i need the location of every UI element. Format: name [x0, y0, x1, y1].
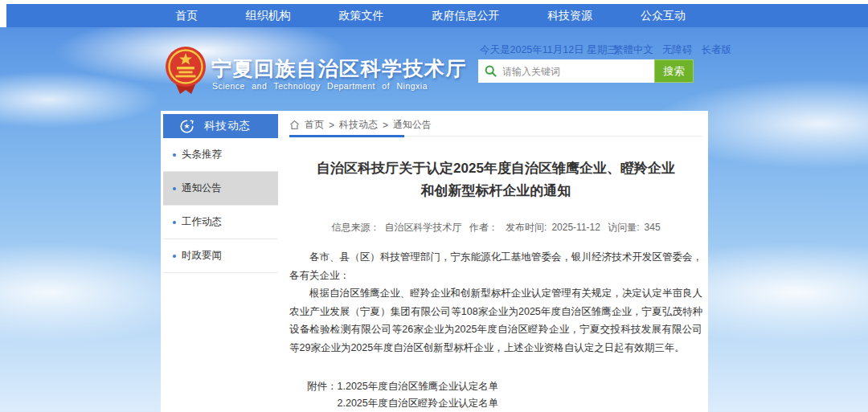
- top-nav-bar: 首页 组织机构 政策文件 政府信息公开 科技资源 公众互动: [6, 4, 868, 27]
- current-date: 今天是2025年11月12日 星期三: [480, 43, 617, 57]
- home-icon: [289, 120, 300, 130]
- nav-item-organization[interactable]: 组织机构: [238, 9, 299, 23]
- meta-publish-date: 2025-11-12: [551, 222, 600, 233]
- article-paragraph: 各市、县（区）科技管理部门，宁东能源化工基地管委会，银川经济技术开发区管委会，各…: [289, 248, 702, 284]
- bullet-icon: [173, 153, 176, 157]
- search-input[interactable]: [502, 66, 648, 77]
- star-circle-icon: [180, 120, 194, 133]
- sidebar-item-notices[interactable]: 通知公告: [163, 172, 278, 206]
- sidebar-item-headlines[interactable]: 头条推荐: [163, 138, 278, 172]
- attachments-label: 附件：: [307, 378, 338, 412]
- article-paragraph: 根据自治区雏鹰企业、瞪羚企业和创新型标杆企业认定管理有关规定，决定认定半亩良人农…: [289, 284, 702, 357]
- article-content-area: 首页 > 科技动态 > 通知公告 自治区科技厅关于认定2025年度自治区雏鹰企业…: [289, 114, 702, 412]
- nav-item-home[interactable]: 首页: [167, 9, 206, 23]
- breadcrumb: 首页 > 科技动态 > 通知公告: [289, 114, 702, 137]
- article-title: 自治区科技厅关于认定2025年度自治区雏鹰企业、瞪羚企业 和创新型标杆企业的通知: [289, 157, 702, 202]
- attachment-eagle-list[interactable]: 1.2025年度自治区雏鹰企业认定名单: [338, 378, 529, 395]
- main-content-panel: 科技动态 头条推荐 通知公告 工作动态 时政要闻 首页 > 科技动态: [161, 111, 708, 412]
- meta-views-label: 访问量:: [608, 222, 639, 233]
- sidebar-item-label: 头条推荐: [182, 148, 222, 161]
- search-button[interactable]: 搜索: [654, 59, 694, 83]
- sidebar-item-label: 时政要闻: [182, 249, 222, 263]
- national-emblem-logo: [164, 46, 207, 96]
- breadcrumb-separator: >: [329, 120, 334, 131]
- sidebar-item-label: 工作动态: [182, 215, 222, 229]
- sidebar-item-work-updates[interactable]: 工作动态: [163, 206, 278, 239]
- meta-views: 345: [645, 222, 661, 233]
- attachments-block: 附件： 1.2025年度自治区雏鹰企业认定名单 2.2025年度自治区瞪羚企业认…: [307, 378, 702, 412]
- link-traditional-chinese[interactable]: 繁體中文: [613, 43, 653, 57]
- sidebar-tech-news: 科技动态 头条推荐 通知公告 工作动态 时政要闻: [163, 114, 278, 273]
- sidebar-title: 科技动态: [204, 119, 251, 133]
- nav-item-tech-resources[interactable]: 科技资源: [539, 9, 600, 23]
- article-body: 各市、县（区）科技管理部门，宁东能源化工基地管委会，银川经济技术开发区管委会，各…: [289, 248, 702, 357]
- breadcrumb-active-underline: [289, 135, 404, 137]
- nav-item-gov-info-disclosure[interactable]: 政府信息公开: [424, 9, 507, 23]
- sidebar-header: 科技动态: [163, 114, 278, 138]
- article-title-line1: 自治区科技厅关于认定2025年度自治区雏鹰企业、瞪羚企业: [289, 157, 702, 180]
- meta-source: 自治区科学技术厅: [384, 222, 461, 233]
- search-box: [478, 59, 654, 83]
- breadcrumb-separator: >: [383, 120, 388, 131]
- breadcrumb-tech-news[interactable]: 科技动态: [339, 118, 378, 132]
- nav-item-public-interaction[interactable]: 公众互动: [633, 9, 694, 23]
- header-quick-links: 繁體中文 无障碍 长者版: [613, 43, 731, 57]
- attachment-gazelle-list[interactable]: 2.2025年度自治区瞪羚企业认定名单: [338, 395, 529, 412]
- search-icon: [485, 65, 497, 77]
- site-title: 宁夏回族自治区科学技术厅: [211, 55, 467, 82]
- bullet-icon: [173, 255, 176, 258]
- sidebar-item-current-politics[interactable]: 时政要闻: [163, 239, 278, 273]
- article-meta: 信息来源：自治区科学技术厅 作者： 发布时间:2025-11-12 访问量:34…: [289, 221, 702, 235]
- bullet-icon: [173, 221, 176, 224]
- breadcrumb-notices[interactable]: 通知公告: [393, 118, 432, 132]
- attachments-list: 1.2025年度自治区雏鹰企业认定名单 2.2025年度自治区瞪羚企业认定名单 …: [338, 378, 529, 412]
- article-title-line2: 和创新型标杆企业的通知: [289, 180, 702, 202]
- link-elder-version[interactable]: 长者版: [702, 43, 732, 57]
- meta-publish-label: 发布时间:: [506, 222, 547, 233]
- top-nav-items: 首页 组织机构 政策文件 政府信息公开 科技资源 公众互动: [167, 4, 694, 27]
- nav-item-policy-documents[interactable]: 政策文件: [331, 9, 392, 23]
- sidebar-item-label: 通知公告: [182, 182, 222, 195]
- site-subtitle: Science and Technology Department of Nin…: [212, 81, 428, 91]
- link-accessibility[interactable]: 无障碍: [662, 43, 693, 57]
- meta-author-label: 作者：: [469, 222, 498, 233]
- breadcrumb-home[interactable]: 首页: [305, 118, 324, 132]
- bullet-icon: [173, 187, 176, 190]
- meta-source-label: 信息来源：: [331, 222, 379, 233]
